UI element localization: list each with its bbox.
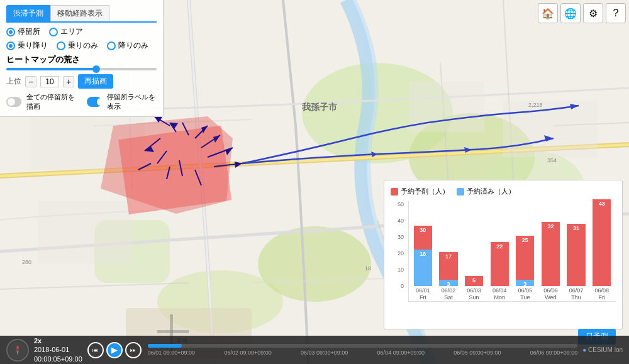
tab-congestion[interactable]: 渋滞予測 <box>6 5 50 21</box>
bar-blue-0: 18 <box>414 250 432 286</box>
radio-dot-stop <box>6 28 15 36</box>
bar-label-2: 06/03Sun <box>467 287 481 301</box>
time-display: 2x 2018-06-01 00:00:05+09:00 <box>34 336 82 363</box>
bar-group-7: 4306/08Fri <box>590 201 613 301</box>
top-plus-btn[interactable]: + <box>63 76 74 87</box>
svg-text:280: 280 <box>22 259 31 265</box>
bar-group-5: 3206/06Wed <box>539 201 562 301</box>
legend-dot-blue <box>457 188 464 196</box>
radio-dot-ride <box>57 41 65 50</box>
heatmap-title: ヒートマップの荒さ <box>6 54 157 65</box>
home-button[interactable]: 🏠 <box>538 3 558 23</box>
toggle-stop-labels[interactable] <box>87 97 102 107</box>
bar-red-2: 5 <box>465 276 483 286</box>
svg-text:我孫子市: 我孫子市 <box>301 102 338 112</box>
bar-group-3: 2206/04Mon <box>488 201 511 301</box>
top-minus-btn[interactable]: − <box>25 76 36 87</box>
bar-red-4: 25 <box>516 236 534 286</box>
toggle-stop-labels-label: 停留所ラベルを表示 <box>107 92 157 111</box>
slider-thumb[interactable] <box>92 65 100 73</box>
top-right-icons: 🏠 🌐 ⚙ ? <box>538 3 626 23</box>
panel-tabs: 渋滞予測 移動経路表示 <box>6 5 157 23</box>
bar-group-1: 17306/02Sat <box>437 201 460 301</box>
y-50: 50 <box>391 201 404 207</box>
bar-red-7: 43 <box>593 199 611 286</box>
bar-red-3: 22 <box>491 242 509 286</box>
bar-blue-1: 3 <box>439 280 457 286</box>
date-display: 2018-06-01 <box>34 345 82 354</box>
radio-ride-label: 乗りのみ <box>68 40 98 51</box>
svg-rect-15 <box>157 330 189 333</box>
svg-text:354: 354 <box>547 157 557 163</box>
radio-alight-label: 降りのみ <box>118 40 148 51</box>
bar-label-3: 06/04Mon <box>493 287 507 301</box>
settings-button[interactable]: ⚙ <box>583 3 603 23</box>
heatmap-slider[interactable] <box>6 68 157 70</box>
radio-area-label: エリア <box>60 26 83 37</box>
bar-group-2: 506/03Sun <box>462 201 486 301</box>
top-row: 上位 − + 再描画 <box>6 74 157 89</box>
svg-text:2,218: 2,218 <box>528 102 543 108</box>
tl-label-1: 06/02 09:00+09:00 <box>224 350 271 356</box>
y-0: 0 <box>391 283 404 289</box>
legend-blue-label: 予約済み（人） <box>467 187 515 196</box>
toggle-row-stops: 全ての停留所を描画 停留所ラベルを表示 <box>6 92 157 111</box>
play-button[interactable]: ▶ <box>106 342 123 358</box>
svg-rect-9 <box>38 201 132 264</box>
radio-stop-label: 停留所 <box>18 26 40 37</box>
toggle-all-stops[interactable] <box>6 97 21 107</box>
timeline-bar[interactable] <box>148 344 577 348</box>
skip-back-button[interactable]: ⏮ <box>87 342 104 358</box>
chart-bars-container: 301806/01Fri17306/02Sat506/03Sun2206/04M… <box>408 201 616 302</box>
bar-group-4: 25306/05Tue <box>514 201 537 301</box>
bar-label-5: 06/06Wed <box>543 287 558 301</box>
tl-label-2: 06/03 09:00+09:00 <box>301 350 348 356</box>
y-20: 20 <box>391 250 404 256</box>
tl-label-3: 06/04 09:00+09:00 <box>377 350 425 356</box>
speed-display: 2x <box>34 336 82 345</box>
bar-red-5: 32 <box>542 222 560 286</box>
radio-stop[interactable]: 停留所 <box>6 26 40 37</box>
top-value-input[interactable] <box>40 76 59 87</box>
skip-forward-button[interactable]: ⏭ <box>125 342 142 358</box>
top-label: 上位 <box>6 76 21 87</box>
y-10: 10 <box>391 267 404 273</box>
radio-dot-area <box>49 28 58 36</box>
bar-group-6: 3106/07Thu <box>565 201 588 301</box>
chart-panel: 予約予剤（人） 予約済み（人） 50 40 30 20 10 0 301806/… <box>384 180 623 329</box>
radio-alight-only[interactable]: 降りのみ <box>107 40 148 51</box>
legend-red: 予約予剤（人） <box>391 187 449 196</box>
radio-dot-both <box>6 41 15 50</box>
svg-text:18: 18 <box>365 265 371 272</box>
redraw-button[interactable]: 再描画 <box>78 74 113 89</box>
tab-route[interactable]: 移動経路表示 <box>50 5 109 21</box>
tl-label-4: 06/05 09:00+09:00 <box>454 350 501 356</box>
timeline-labels: 06/01 09:00+09:00 06/02 09:00+09:00 06/0… <box>148 350 577 356</box>
timeline-progress <box>148 344 182 348</box>
y-40: 40 <box>391 218 404 224</box>
bar-label-4: 06/05Tue <box>518 287 533 301</box>
radio-both-label: 乗り降り <box>18 40 48 51</box>
slider-row <box>6 68 157 70</box>
legend-dot-red <box>391 188 398 196</box>
tl-label-0: 06/01 09:00+09:00 <box>148 350 195 356</box>
radio-area[interactable]: エリア <box>49 26 83 37</box>
legend-red-label: 予約予剤（人） <box>401 187 449 196</box>
ride-radio-row: 乗り降り 乗りのみ 降りのみ <box>6 40 157 51</box>
svg-marker-39 <box>16 350 19 355</box>
toggle-knob-labels <box>97 98 104 106</box>
help-button[interactable]: ? <box>606 3 626 23</box>
globe-button[interactable]: 🌐 <box>560 3 581 23</box>
location-radio-row: 停留所 エリア <box>6 26 157 37</box>
bar-label-0: 06/01Fri <box>416 287 430 301</box>
toggle-knob-stops <box>8 98 15 106</box>
chart-legend: 予約予剤（人） 予約済み（人） <box>391 187 616 196</box>
y-30: 30 <box>391 234 404 240</box>
compass[interactable]: N <box>6 339 29 361</box>
radio-dot-alight <box>107 41 116 50</box>
radio-both[interactable]: 乗り降り <box>6 40 48 51</box>
svg-text:N: N <box>16 345 19 349</box>
tl-label-5: 06/06 09:00+09:00 <box>530 350 577 356</box>
radio-ride-only[interactable]: 乗りのみ <box>57 40 98 51</box>
legend-blue: 予約済み（人） <box>457 187 515 196</box>
